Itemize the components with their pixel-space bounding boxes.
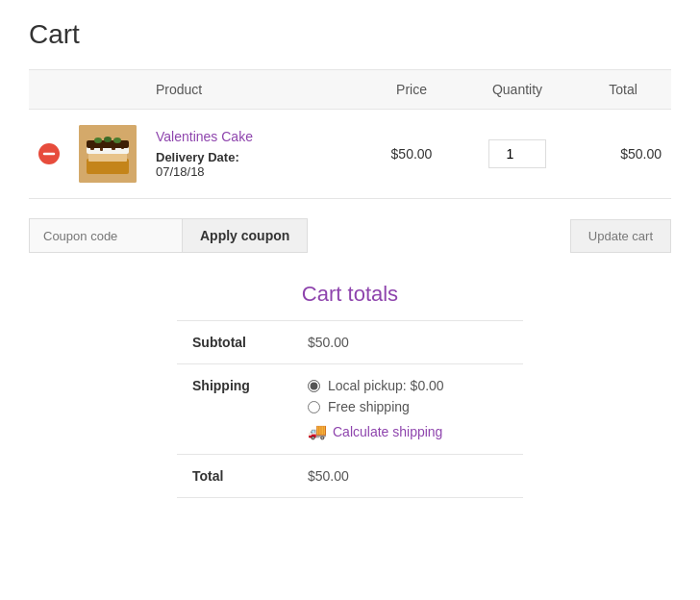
update-cart-button[interactable]: Update cart: [570, 219, 671, 253]
total-value: $50.00: [292, 455, 523, 498]
product-qty-cell: [460, 110, 575, 199]
calculate-shipping-link[interactable]: 🚚 Calculate shipping: [308, 422, 508, 440]
coupon-section: Apply coupon Update cart: [29, 218, 671, 253]
shipping-radio-free[interactable]: [308, 401, 320, 413]
shipping-label: Shipping: [177, 364, 292, 455]
delivery-date: 07/18/18: [156, 164, 205, 179]
cart-totals: Cart totals Subtotal $50.00 Shipping Loc…: [177, 282, 523, 498]
coupon-left: Apply coupon: [29, 218, 308, 253]
shipping-option-free-label: Free shipping: [328, 399, 410, 414]
truck-icon: 🚚: [308, 422, 327, 440]
coupon-input[interactable]: [29, 218, 183, 253]
shipping-row: Shipping Local pickup: $0.00 Free shippi…: [177, 364, 523, 455]
remove-cell: [29, 110, 69, 199]
product-info: Valentines Cake Delivery Date: 07/18/18: [156, 129, 354, 179]
svg-point-11: [94, 138, 102, 143]
subtotal-label: Subtotal: [177, 321, 292, 364]
product-image: [79, 125, 137, 183]
product-meta: Delivery Date: 07/18/18: [156, 150, 354, 179]
svg-point-13: [113, 138, 121, 143]
col-header-price: Price: [363, 70, 460, 110]
subtotal-row: Subtotal $50.00: [177, 321, 523, 364]
shipping-option-local-label: Local pickup: $0.00: [328, 378, 444, 393]
remove-icon: [38, 143, 60, 164]
subtotal-value: $50.00: [292, 321, 523, 364]
col-header-total: Total: [575, 70, 671, 110]
shipping-radio-local[interactable]: [308, 380, 320, 392]
delivery-label: Delivery Date:: [156, 150, 239, 164]
cart-table: Product Price Quantity Total: [29, 69, 671, 199]
product-info-cell: Valentines Cake Delivery Date: 07/18/18: [146, 110, 363, 199]
product-thumbnail: [79, 125, 137, 183]
col-header-remove: [29, 70, 69, 110]
product-total-cell: $50.00: [575, 110, 671, 199]
shipping-option-free[interactable]: Free shipping: [308, 399, 508, 414]
cart-totals-wrapper: Cart totals Subtotal $50.00 Shipping Loc…: [29, 282, 671, 498]
svg-point-12: [104, 137, 112, 142]
col-header-product: Product: [146, 70, 363, 110]
total-row: Total $50.00: [177, 455, 523, 498]
cart-totals-title: Cart totals: [177, 282, 523, 307]
product-price-cell: $50.00: [363, 110, 460, 199]
shipping-options: Local pickup: $0.00 Free shipping: [308, 378, 508, 414]
remove-item-button[interactable]: [38, 143, 60, 164]
product-price: $50.00: [391, 146, 433, 162]
product-image-cell: [69, 110, 146, 199]
table-row: Valentines Cake Delivery Date: 07/18/18 …: [29, 110, 671, 199]
col-header-quantity: Quantity: [460, 70, 575, 110]
total-label: Total: [177, 455, 292, 498]
totals-table: Subtotal $50.00 Shipping Local pickup: $…: [177, 320, 523, 498]
col-header-image: [69, 70, 146, 110]
apply-coupon-button[interactable]: Apply coupon: [183, 218, 308, 253]
shipping-options-cell: Local pickup: $0.00 Free shipping 🚚 Calc…: [292, 364, 523, 455]
product-link[interactable]: Valentines Cake: [156, 129, 253, 144]
quantity-input[interactable]: [488, 139, 546, 168]
calculate-shipping-label: Calculate shipping: [333, 424, 442, 439]
page-title: Cart: [29, 19, 671, 50]
product-total: $50.00: [620, 146, 662, 162]
shipping-option-local[interactable]: Local pickup: $0.00: [308, 378, 508, 393]
